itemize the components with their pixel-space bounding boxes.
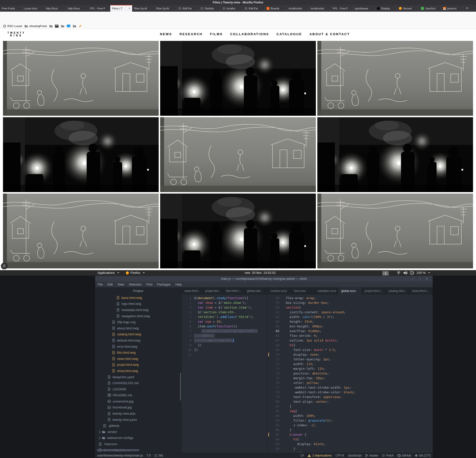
tree-item[interactable]: blueprints.yaml xyxy=(95,374,181,380)
site-nav-collaborations[interactable]: COLLABORATIONS xyxy=(230,32,269,36)
tree-item[interactable]: base.html.twig xyxy=(95,295,181,301)
film-still-mural[interactable] xyxy=(3,41,159,116)
chevron-right-icon[interactable]: ❯ xyxy=(99,430,101,433)
browser-tab[interactable]: Boards xyxy=(265,5,287,12)
browser-tab[interactable]: Free Fonts xyxy=(0,5,22,12)
tree-item[interactable]: navigation.html.twig xyxy=(95,313,181,319)
status-cursor-position[interactable]: 7:5 xyxy=(147,454,151,457)
editor-tab[interactable]: catalog.html... xyxy=(385,287,409,295)
menu-edit[interactable]: Edit xyxy=(107,283,113,286)
tree-item[interactable]: default.html.twig xyxy=(95,337,181,344)
site-nav-films[interactable]: FILMS xyxy=(210,32,223,36)
tree-item[interactable]: projet.html.twig xyxy=(95,362,181,368)
tree-horizontal-scrollbar[interactable] xyxy=(97,449,139,451)
clock[interactable]: mer. 20 févr. 13:52:01 xyxy=(245,270,276,276)
tree-item[interactable]: catalog.html.twig xyxy=(95,331,181,338)
editor-tab[interactable]: projet.htm... xyxy=(202,287,223,295)
bookmark-icon-item[interactable] xyxy=(73,25,76,28)
browser-tab[interactable]: FFL - Free F xyxy=(331,5,353,12)
tree-item[interactable]: news.html.twig xyxy=(95,356,181,362)
browser-tab[interactable]: JavaScri xyxy=(419,5,441,12)
battery-icon[interactable] xyxy=(410,270,414,276)
tree-vertical-scrollbar[interactable] xyxy=(180,373,181,401)
site-nav-about-contact[interactable]: ABOUT & CONTACT xyxy=(309,32,350,36)
status-file-path[interactable]: user/themes/twenty-nine/js/main.js xyxy=(97,454,143,457)
site-nav-research[interactable]: RESEARCH xyxy=(179,32,203,36)
browser-tab[interactable]: Luuse hom xyxy=(22,5,44,12)
tree-item[interactable]: .gitkeep xyxy=(95,423,181,429)
editor-tab[interactable]: custom.scss xyxy=(268,287,291,295)
status-fetch[interactable]: Fetch xyxy=(382,454,394,457)
tree-item[interactable]: thumbnail.jpg xyxy=(95,404,181,411)
workspace-switcher[interactable]: 1 xyxy=(383,270,388,276)
film-still-night[interactable] xyxy=(317,117,473,192)
window-controls[interactable]: – ▫ × xyxy=(412,276,430,282)
film-still-night[interactable] xyxy=(160,41,316,116)
browser-tab[interactable]: Nouvel xyxy=(397,5,419,12)
browser-tab[interactable]: Dashbo xyxy=(199,5,221,12)
browser-tab[interactable]: http://loca xyxy=(44,5,66,12)
film-still-mural[interactable] xyxy=(3,194,159,268)
browser-tab[interactable]: Edit Fie xyxy=(243,5,265,12)
tree-item[interactable]: show.html.twig xyxy=(95,368,181,374)
tree-item[interactable]: LICENSE xyxy=(95,386,181,392)
editor-tab[interactable]: gl xyxy=(265,287,268,295)
tree-item[interactable]: 29p-logo.svg xyxy=(95,319,181,325)
tree-item[interactable]: README.md xyxy=(95,392,181,399)
tree-item[interactable]: about.html.twig xyxy=(95,325,181,331)
status-deprecations[interactable]: 2 deprecations xyxy=(308,454,332,457)
editor-pane-mainjs[interactable]: 1$(document).ready(function(){2 var show… xyxy=(181,295,268,453)
tree-item[interactable]: ❯vendor xyxy=(95,429,181,435)
status-github[interactable]: GitHub xyxy=(397,454,411,457)
editor-tab[interactable]: variables.scss xyxy=(315,287,338,295)
menu-file[interactable]: File xyxy=(98,283,103,286)
tree-item[interactable]: film.html.twig xyxy=(95,349,181,356)
film-still-night[interactable] xyxy=(160,194,316,268)
status-git-count[interactable]: Git (177) xyxy=(415,454,431,457)
status-grammar[interactable]: JavaScript xyxy=(348,454,361,457)
bookmark-icon-item[interactable] xyxy=(55,25,59,28)
editor-tab[interactable]: global.scss xyxy=(338,287,362,295)
firefox-titlebar[interactable]: Films | Twenty-nine - Mozilla Firefox xyxy=(0,0,476,5)
browser-tab[interactable]: Edit Fie xyxy=(177,5,199,12)
editor-tab[interactable]: projet.html.t... xyxy=(362,287,385,295)
browser-tab[interactable]: localhost/w xyxy=(287,5,309,12)
volume-icon[interactable] xyxy=(403,270,407,276)
film-still-night[interactable] xyxy=(3,117,159,192)
tree-item[interactable]: logo.html.twig xyxy=(95,301,181,307)
menu-packages[interactable]: Packages xyxy=(157,283,171,286)
menu-view[interactable]: View xyxy=(118,283,124,286)
browser-tab[interactable]: localhost/w xyxy=(309,5,331,12)
bookmark-icon-item[interactable] xyxy=(49,25,53,28)
browser-tab[interactable]: Rise Up At xyxy=(154,5,177,12)
menu-help[interactable]: Help xyxy=(175,283,182,286)
tree-item[interactable]: twenty-nine.php xyxy=(95,410,181,417)
tree-item[interactable]: screenshot.jpg xyxy=(95,398,181,404)
browser-tab[interactable]: typotheque xyxy=(353,5,375,12)
tree-item[interactable]: CHANGELOG.md xyxy=(95,380,181,386)
bookmark-icon-item[interactable] xyxy=(79,25,82,28)
status-line-ending[interactable]: LF xyxy=(300,454,304,457)
site-logo[interactable]: TWENTY NINE xyxy=(7,31,25,37)
tree-item[interactable]: metadata.html.twig xyxy=(95,307,181,313)
editor-tab[interactable]: global.bak... xyxy=(244,287,265,295)
atom-titlebar[interactable]: main.js — /srv/http/www/2019/twenty-nine… xyxy=(95,276,433,282)
browser-tab[interactable]: Rise Up At xyxy=(132,5,154,12)
status-encoding[interactable]: UTF-8 xyxy=(335,454,344,457)
editor-pane-globalscss[interactable]: 58 flex-wrap: wrap;~59 box-sizing: borde… xyxy=(268,295,433,453)
tab-close-icon[interactable]: × xyxy=(129,7,130,10)
bookmark-item[interactable]: showingFonts xyxy=(24,25,47,28)
browser-tab[interactable]: http://loca xyxy=(66,5,88,12)
browser-tab[interactable]: Films | T× xyxy=(110,5,132,12)
battery-percent[interactable]: 100 % xyxy=(416,270,430,276)
tree-item[interactable]: error.html.twig xyxy=(95,344,181,350)
bookmark-item[interactable]: RSC-Luuse xyxy=(3,25,22,28)
editor-tab[interactable]: film.html.t... xyxy=(223,287,244,295)
film-still-mural[interactable] xyxy=(317,41,473,116)
browser-tab[interactable]: FFL - Free F xyxy=(88,5,110,12)
bookmark-icon-item[interactable] xyxy=(67,25,70,28)
site-nav-news[interactable]: NEWS xyxy=(160,32,172,36)
tree-item[interactable]: ❯webserver-configs xyxy=(95,435,181,441)
menu-selection[interactable]: Selection xyxy=(129,283,142,286)
applications-menu[interactable]: Applications xyxy=(97,270,119,276)
